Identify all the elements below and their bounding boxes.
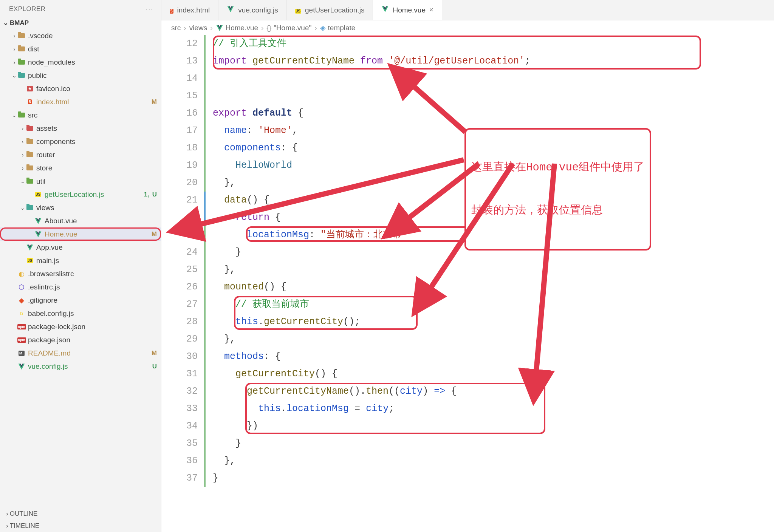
- tree-item[interactable]: ◆.gitignore: [0, 294, 161, 307]
- chevron-right-icon: ›: [184, 24, 186, 32]
- file-icon: [26, 204, 34, 212]
- tree-item[interactable]: ⬡.eslintrc.js: [0, 280, 161, 294]
- file-icon: 5: [26, 98, 34, 106]
- tree-item[interactable]: ›dist: [0, 42, 161, 56]
- file-label: src: [28, 111, 157, 119]
- git-status-badge: U: [152, 363, 157, 370]
- tree-item[interactable]: bbabel.config.js: [0, 307, 161, 320]
- file-icon: ◐: [17, 270, 26, 278]
- file-icon: ◆: [17, 296, 26, 305]
- tree-item[interactable]: npmpackage-lock.json: [0, 320, 161, 333]
- tree-item[interactable]: M↓README.mdM: [0, 346, 161, 360]
- tab-label: getUserLocation.js: [305, 6, 364, 14]
- tree-item[interactable]: npmpackage.json: [0, 333, 161, 346]
- file-icon: 5: [170, 6, 173, 14]
- file-icon: [26, 177, 34, 186]
- file-icon: [34, 217, 42, 225]
- file-label: babel.config.js: [28, 309, 157, 318]
- chevron-icon: ›: [11, 59, 17, 65]
- tree-item[interactable]: JSmain.js: [0, 254, 161, 267]
- explorer-header: EXPLORER ···: [0, 0, 161, 17]
- file-label: vue.config.js: [28, 362, 152, 371]
- code-content: // 引入工具文件import getCurrentCityName from …: [213, 35, 774, 487]
- explorer-more-icon[interactable]: ···: [146, 5, 153, 13]
- tree-item[interactable]: ›router: [0, 148, 161, 161]
- git-gutter-modified: [204, 192, 206, 226]
- tree-item[interactable]: vue.config.jsU: [0, 360, 161, 373]
- chevron-right-icon: ›: [210, 24, 212, 32]
- file-icon: JS: [295, 6, 301, 14]
- tree-item[interactable]: About.vue: [0, 214, 161, 227]
- file-icon: [26, 124, 34, 133]
- editor-tab[interactable]: JSgetUserLocation.js: [287, 0, 373, 20]
- git-status-badge: M: [152, 230, 157, 238]
- tree-item[interactable]: ⌄public: [0, 69, 161, 82]
- project-section-header[interactable]: ⌄ BMAP: [0, 17, 161, 29]
- chevron-icon: ⌄: [11, 73, 17, 79]
- tree-item[interactable]: JSgetUserLocation.js1, U: [0, 188, 161, 201]
- file-label: About.vue: [45, 217, 157, 225]
- file-label: .gitignore: [28, 296, 157, 305]
- file-icon: [17, 71, 26, 80]
- file-icon: [227, 5, 234, 15]
- tree-item[interactable]: ⌄util: [0, 175, 161, 188]
- braces-icon: {}: [266, 24, 271, 32]
- file-icon: [26, 243, 34, 252]
- file-label: router: [36, 151, 157, 159]
- editor-tab[interactable]: Home.vue×: [373, 0, 442, 20]
- file-icon: [26, 164, 34, 172]
- tree-item[interactable]: App.vue: [0, 241, 161, 254]
- file-icon: [381, 5, 389, 15]
- explorer-title: EXPLORER: [9, 5, 46, 13]
- tree-item[interactable]: ★favicon.ico: [0, 82, 161, 95]
- chevron-icon: ›: [20, 152, 26, 158]
- file-icon: [26, 138, 34, 146]
- tree-item[interactable]: ⌄src: [0, 108, 161, 122]
- line-gutter: 1213141516171819202122232425262728293031…: [161, 35, 203, 487]
- file-label: README.md: [28, 349, 152, 357]
- chevron-right-icon: ›: [314, 24, 317, 32]
- breadcrumb[interactable]: src › views › Home.vue › {}"Home.vue" › …: [161, 20, 774, 35]
- code-editor[interactable]: 1213141516171819202122232425262728293031…: [161, 35, 774, 532]
- tree-item[interactable]: ›node_modules: [0, 56, 161, 69]
- editor-tab[interactable]: 5index.html: [161, 0, 218, 20]
- timeline-section-header[interactable]: › TIMELINE: [0, 520, 161, 532]
- file-label: favicon.ico: [36, 85, 157, 93]
- explorer-sidebar: EXPLORER ··· ⌄ BMAP ›.vscode›dist›node_m…: [0, 0, 161, 532]
- file-icon: [17, 45, 26, 53]
- file-icon: ⬡: [17, 283, 26, 291]
- file-label: .eslintrc.js: [28, 283, 157, 291]
- chevron-icon: ›: [11, 33, 17, 39]
- file-label: package-lock.json: [28, 323, 157, 331]
- tree-item[interactable]: ›store: [0, 161, 161, 175]
- file-icon: [17, 58, 26, 66]
- tab-label: index.html: [177, 6, 210, 14]
- editor-tabs: 5index.htmlvue.config.jsJSgetUserLocatio…: [161, 0, 774, 20]
- tree-item[interactable]: ›.vscode: [0, 29, 161, 42]
- file-label: assets: [36, 124, 157, 133]
- chevron-icon: ›: [11, 46, 17, 52]
- git-status-badge: M: [152, 98, 157, 106]
- tree-item[interactable]: ›assets: [0, 122, 161, 135]
- file-label: dist: [28, 45, 157, 53]
- file-label: index.html: [36, 98, 152, 106]
- file-label: main.js: [36, 257, 157, 265]
- tree-item[interactable]: ⌄views: [0, 201, 161, 214]
- file-label: package.json: [28, 336, 157, 344]
- tree-item[interactable]: 5index.htmlM: [0, 95, 161, 108]
- file-tree: ›.vscode›dist›node_modules⌄public★favico…: [0, 29, 161, 508]
- tree-item[interactable]: ◐.browserslistrc: [0, 267, 161, 280]
- git-gutter-added: [204, 35, 206, 487]
- git-status-badge: M: [152, 350, 157, 357]
- chevron-icon: ›: [20, 139, 26, 145]
- outline-section-header[interactable]: › OUTLINE: [0, 508, 161, 520]
- tree-item[interactable]: ›components: [0, 135, 161, 148]
- file-label: util: [36, 177, 157, 186]
- editor-area: 5index.htmlvue.config.jsJSgetUserLocatio…: [161, 0, 774, 532]
- close-icon[interactable]: ×: [429, 6, 433, 14]
- chevron-icon: ⌄: [20, 205, 26, 211]
- editor-tab[interactable]: vue.config.js: [218, 0, 287, 20]
- chevron-down-icon: ⌄: [3, 19, 8, 27]
- tree-item[interactable]: Home.vueM: [0, 227, 161, 241]
- file-icon: [17, 362, 26, 371]
